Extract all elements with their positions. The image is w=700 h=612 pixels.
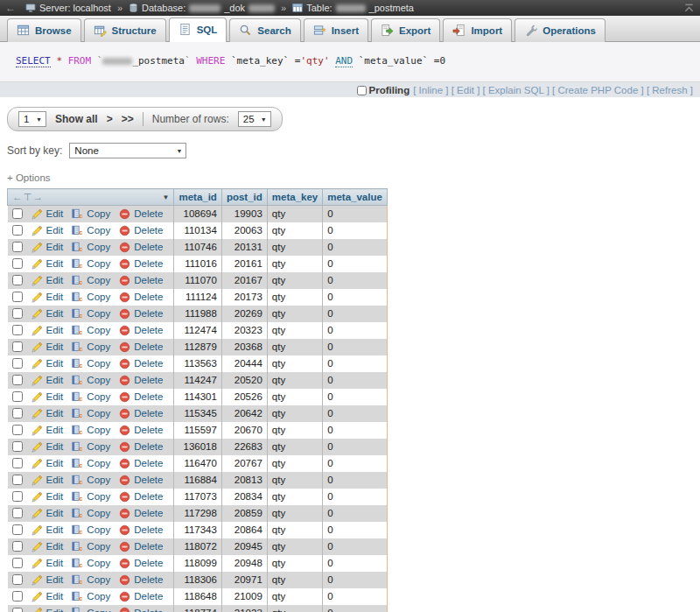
pencil-icon[interactable] [32, 508, 43, 519]
row-checkbox[interactable] [12, 341, 23, 352]
pencil-icon[interactable] [32, 425, 43, 436]
row-checkbox[interactable] [12, 475, 23, 485]
edit-link[interactable]: Edit [46, 325, 64, 335]
copy-link[interactable]: Copy [87, 242, 110, 252]
pencil-icon[interactable] [32, 607, 43, 612]
tab-insert[interactable]: * Insert [304, 18, 368, 42]
delete-link[interactable]: Delete [134, 258, 163, 269]
delete-link[interactable]: Delete [134, 225, 163, 236]
tab-sql[interactable]: SQL [169, 18, 228, 42]
tab-import[interactable]: Import [443, 18, 512, 42]
pencil-icon[interactable] [32, 458, 43, 469]
delete-link[interactable]: Delete [134, 358, 163, 369]
pencil-icon[interactable] [32, 325, 43, 336]
next-page-button[interactable]: > [107, 113, 113, 125]
pencil-icon[interactable] [32, 292, 43, 303]
edit-link[interactable]: Edit [46, 258, 64, 269]
copy-link[interactable]: Copy [87, 208, 110, 219]
delete-icon[interactable] [119, 358, 130, 369]
copy-link[interactable]: Copy [87, 441, 110, 452]
edit-link[interactable]: Edit [46, 341, 64, 352]
edit-link[interactable]: Edit [46, 225, 64, 236]
delete-link[interactable]: Delete [134, 292, 163, 302]
delete-icon[interactable] [119, 558, 130, 569]
copy-icon[interactable]: c [72, 242, 83, 253]
edit-link[interactable]: Edit [46, 524, 64, 535]
copy-icon[interactable]: c [72, 508, 83, 519]
copy-link[interactable]: Copy [87, 408, 110, 419]
edit-link[interactable]: Edit [46, 558, 64, 568]
delete-link[interactable]: Delete [134, 524, 163, 535]
delete-link[interactable]: Delete [134, 391, 163, 402]
copy-link[interactable]: Copy [87, 341, 110, 352]
tab-structure[interactable]: Structure [84, 18, 166, 42]
delete-link[interactable]: Delete [134, 341, 163, 352]
delete-icon[interactable] [119, 292, 130, 303]
copy-link[interactable]: Copy [87, 425, 110, 435]
row-checkbox[interactable] [12, 608, 23, 612]
row-checkbox[interactable] [12, 541, 23, 552]
delete-icon[interactable] [119, 524, 130, 536]
row-checkbox[interactable] [12, 242, 23, 252]
copy-icon[interactable]: c [72, 391, 83, 403]
copy-link[interactable]: Copy [87, 458, 110, 468]
show-all-button[interactable]: Show all [55, 113, 98, 125]
row-checkbox[interactable] [12, 524, 23, 535]
delete-icon[interactable] [119, 574, 130, 586]
copy-link[interactable]: Copy [87, 591, 110, 601]
header-post-id[interactable]: post_id [221, 189, 267, 206]
edit-link[interactable]: Edit [46, 391, 64, 402]
delete-icon[interactable] [119, 208, 130, 220]
copy-icon[interactable]: c [72, 325, 83, 336]
row-checkbox[interactable] [12, 308, 23, 319]
copy-link[interactable]: Copy [87, 308, 110, 319]
pencil-icon[interactable] [32, 591, 43, 602]
copy-icon[interactable]: c [72, 408, 83, 419]
tab-search[interactable]: Search [229, 18, 300, 42]
copy-link[interactable]: Copy [87, 524, 110, 535]
delete-link[interactable]: Delete [134, 425, 163, 435]
header-meta-id[interactable]: meta_id [174, 189, 221, 206]
delete-link[interactable]: Delete [134, 458, 163, 468]
row-checkbox[interactable] [12, 458, 23, 468]
pencil-icon[interactable] [32, 208, 43, 220]
edit-link[interactable]: Edit [46, 425, 64, 435]
query-action-link[interactable]: [ Edit ] [452, 85, 480, 95]
edit-link[interactable]: Edit [46, 541, 64, 552]
copy-icon[interactable]: c [72, 225, 83, 236]
delete-link[interactable]: Delete [134, 208, 163, 219]
copy-icon[interactable]: c [72, 558, 83, 569]
copy-icon[interactable]: c [72, 292, 83, 303]
copy-icon[interactable]: c [72, 358, 83, 369]
pencil-icon[interactable] [32, 524, 43, 536]
delete-icon[interactable] [119, 458, 130, 469]
delete-link[interactable]: Delete [134, 491, 163, 502]
copy-icon[interactable]: c [72, 574, 83, 586]
row-checkbox[interactable] [12, 208, 23, 219]
row-checkbox[interactable] [12, 441, 23, 452]
query-action-link[interactable]: [ Explain SQL ] [483, 85, 550, 95]
back-arrow-icon[interactable]: ← [5, 2, 16, 14]
row-checkbox[interactable] [12, 258, 23, 269]
row-checkbox[interactable] [12, 325, 23, 335]
pencil-icon[interactable] [32, 441, 43, 453]
delete-link[interactable]: Delete [134, 242, 163, 252]
copy-link[interactable]: Copy [87, 574, 110, 585]
header-meta-key[interactable]: meta_key [267, 189, 322, 206]
copy-icon[interactable]: c [72, 208, 83, 220]
collapse-console-icon[interactable] [683, 4, 695, 13]
copy-link[interactable]: Copy [87, 608, 110, 612]
tab-operations[interactable]: Operations [514, 18, 606, 42]
edit-link[interactable]: Edit [46, 292, 64, 302]
delete-icon[interactable] [119, 475, 130, 486]
delete-link[interactable]: Delete [134, 558, 163, 568]
delete-link[interactable]: Delete [134, 541, 163, 552]
edit-link[interactable]: Edit [46, 408, 64, 419]
delete-link[interactable]: Delete [134, 508, 163, 518]
pencil-icon[interactable] [32, 408, 43, 419]
edit-link[interactable]: Edit [46, 275, 64, 285]
pencil-icon[interactable] [32, 375, 43, 386]
copy-icon[interactable]: c [72, 607, 83, 612]
delete-icon[interactable] [119, 308, 130, 320]
copy-icon[interactable]: c [72, 591, 83, 602]
